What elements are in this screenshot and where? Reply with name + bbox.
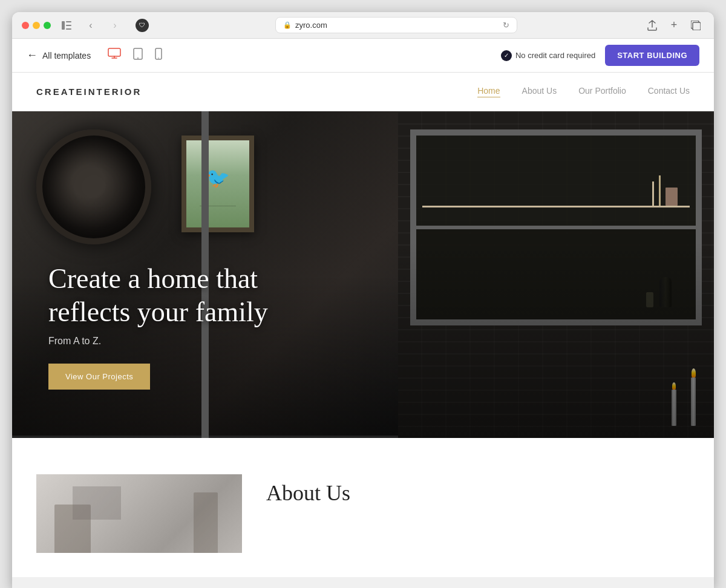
logo-part1: CREATE bbox=[36, 87, 84, 97]
site-navigation: CREATEINTERIOR Home About Us Our Portfol… bbox=[12, 73, 714, 111]
nav-home[interactable]: Home bbox=[477, 86, 500, 97]
tabs-icon[interactable] bbox=[687, 17, 704, 34]
sidebar-toggle-icon[interactable] bbox=[58, 17, 75, 34]
gradient-overlay-right bbox=[398, 111, 714, 438]
browser-actions: + bbox=[644, 17, 704, 34]
below-hero-section: About Us bbox=[12, 438, 714, 577]
about-title: About Us bbox=[266, 480, 350, 506]
site-nav-links: Home About Us Our Portfolio Contact Us bbox=[477, 86, 690, 97]
view-projects-button[interactable]: View Our Projects bbox=[48, 364, 150, 390]
app-toolbar: ← All templates bbox=[12, 39, 714, 73]
svg-rect-5 bbox=[693, 22, 701, 30]
start-building-button[interactable]: START BUILDING bbox=[605, 45, 699, 66]
browser-titlebar: ‹ › 🛡 🔒 zyro.com ↻ + bbox=[12, 12, 714, 39]
share-icon[interactable] bbox=[644, 17, 661, 34]
check-icon: ✓ bbox=[501, 50, 512, 61]
url-text: zyro.com bbox=[295, 21, 327, 30]
traffic-lights bbox=[22, 22, 51, 29]
new-tab-icon[interactable]: + bbox=[666, 17, 682, 34]
forward-icon[interactable]: › bbox=[106, 17, 123, 34]
reload-icon[interactable]: ↻ bbox=[503, 21, 509, 30]
privacy-icon: 🛡 bbox=[136, 19, 149, 32]
svg-rect-3 bbox=[66, 28, 71, 30]
tablet-icon[interactable] bbox=[131, 45, 145, 65]
hero-title-line1: Create a home that bbox=[48, 263, 258, 294]
svg-point-8 bbox=[137, 57, 139, 59]
scene-right bbox=[398, 111, 714, 438]
back-icon[interactable]: ‹ bbox=[82, 17, 99, 34]
no-credit-card-badge: ✓ No credit card required bbox=[501, 50, 595, 61]
svg-rect-0 bbox=[62, 21, 65, 30]
no-cc-label: No credit card required bbox=[515, 51, 595, 60]
toolbar-right: ✓ No credit card required START BUILDING bbox=[501, 45, 699, 66]
svg-point-10 bbox=[158, 57, 159, 59]
about-thumbnail-image bbox=[36, 474, 242, 553]
svg-rect-1 bbox=[66, 21, 71, 22]
mobile-icon[interactable] bbox=[152, 45, 165, 65]
address-bar[interactable]: 🔒 zyro.com ↻ bbox=[275, 17, 517, 33]
minimize-button[interactable] bbox=[33, 22, 40, 29]
hero-title-line2: reflects your family bbox=[48, 296, 268, 327]
hero-subtitle: From A to Z. bbox=[48, 336, 268, 347]
svg-rect-6 bbox=[108, 48, 120, 56]
lock-icon: 🔒 bbox=[283, 21, 292, 29]
logo-part2: INTERIOR bbox=[84, 87, 142, 97]
hero-right-panel bbox=[398, 111, 714, 438]
hero-title: Create a home that reflects your family bbox=[48, 262, 268, 328]
back-arrow-icon: ← bbox=[27, 49, 38, 62]
about-text-section: About Us bbox=[266, 474, 350, 506]
hero-content: Create a home that reflects your family … bbox=[48, 262, 268, 390]
svg-rect-2 bbox=[66, 25, 71, 26]
website-preview: CREATEINTERIOR Home About Us Our Portfol… bbox=[12, 73, 714, 588]
device-preview-icons bbox=[105, 45, 165, 65]
back-to-templates-link[interactable]: ← All templates bbox=[27, 49, 91, 62]
site-logo: CREATEINTERIOR bbox=[36, 87, 142, 97]
browser-window: ‹ › 🛡 🔒 zyro.com ↻ + bbox=[12, 12, 714, 588]
back-label: All templates bbox=[42, 51, 91, 60]
desktop-icon[interactable] bbox=[105, 45, 123, 65]
nav-about[interactable]: About Us bbox=[522, 86, 557, 97]
nav-portfolio[interactable]: Our Portfolio bbox=[578, 86, 626, 97]
nav-contact[interactable]: Contact Us bbox=[648, 86, 690, 97]
hero-section: 🐦 bbox=[12, 111, 714, 438]
maximize-button[interactable] bbox=[44, 22, 51, 29]
close-button[interactable] bbox=[22, 22, 29, 29]
